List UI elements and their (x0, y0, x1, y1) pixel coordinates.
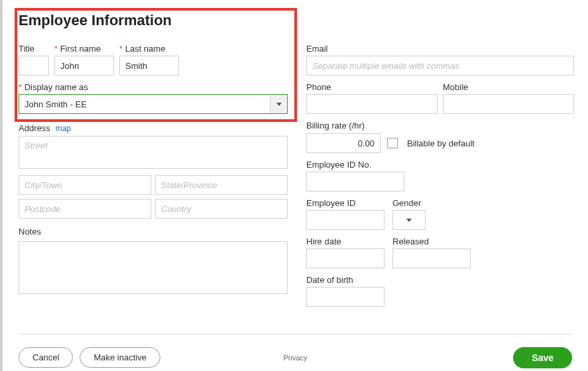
map-link[interactable]: map (56, 124, 71, 133)
city-input[interactable] (19, 175, 151, 195)
country-input[interactable] (155, 199, 288, 219)
save-button[interactable]: Save (513, 347, 572, 368)
privacy-link[interactable]: Privacy (283, 354, 307, 362)
mobile-label: Mobile (443, 82, 574, 92)
title-input[interactable] (19, 56, 49, 76)
firstname-input[interactable] (54, 56, 114, 76)
notes-input[interactable] (19, 241, 288, 294)
state-input[interactable] (155, 175, 288, 195)
page-title: Employee Information (19, 12, 572, 29)
email-label: Email (306, 44, 574, 54)
cancel-button[interactable]: Cancel (19, 347, 73, 368)
phone-input[interactable] (306, 94, 438, 114)
notes-label: Notes (19, 227, 288, 237)
hire-date-input[interactable] (306, 248, 384, 268)
chevron-down-icon (406, 219, 412, 222)
hire-date-label: Hire date (306, 237, 384, 246)
email-input[interactable] (306, 56, 574, 76)
billable-checkbox[interactable] (387, 138, 398, 148)
mobile-input[interactable] (443, 94, 574, 114)
phone-label: Phone (306, 82, 438, 92)
lastname-input[interactable] (119, 56, 179, 76)
lastname-label: Last name (119, 44, 179, 54)
firstname-label: First name (54, 44, 114, 54)
title-label: Title (19, 44, 49, 54)
display-name-input[interactable] (19, 95, 270, 113)
postcode-input[interactable] (19, 199, 151, 219)
billing-rate-input[interactable] (306, 133, 381, 153)
employee-id-no-input[interactable] (306, 172, 404, 191)
billing-rate-label: Billing rate (/hr) (306, 121, 574, 131)
employee-id-input[interactable] (306, 210, 384, 230)
make-inactive-button[interactable]: Make inactive (80, 347, 160, 368)
display-name-label: Display name as (19, 82, 288, 92)
display-name-combo[interactable] (19, 94, 288, 114)
footer: Cancel Make inactive Privacy Save (19, 334, 572, 371)
released-label: Released (392, 237, 471, 246)
billable-label: Billable by default (407, 138, 475, 148)
dob-label: Date of birth (306, 275, 574, 285)
dob-input[interactable] (306, 287, 384, 307)
chevron-down-icon (276, 103, 282, 106)
display-name-dropdown-button[interactable] (270, 95, 287, 113)
employee-id-label: Employee ID (306, 198, 384, 208)
street-input[interactable] (19, 136, 288, 169)
address-label: Address (19, 123, 50, 133)
gender-label: Gender (392, 198, 426, 208)
employee-id-no-label: Employee ID No. (306, 160, 574, 170)
gender-select[interactable] (392, 210, 426, 230)
released-input[interactable] (392, 248, 471, 268)
